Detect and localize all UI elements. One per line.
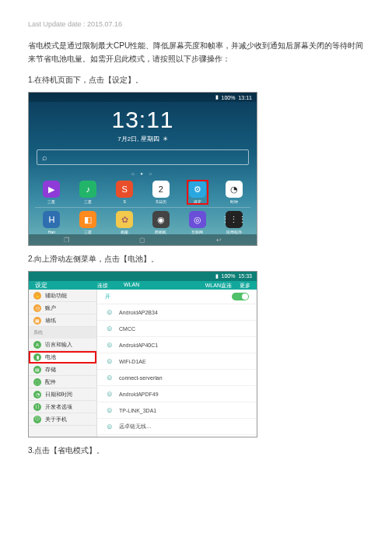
datetime-icon: ◔	[33, 391, 41, 399]
wifi-network[interactable]: ⊚connect-serverlan	[97, 370, 257, 386]
clock-date-text: 7月2日, 星期四	[117, 135, 159, 143]
app-music[interactable]: ♪三星	[78, 181, 98, 204]
back-icon[interactable]: ↩	[216, 237, 222, 244]
app-row-dock: HHan◧三星✿相册◉照相机◎互联网⋮⋮⋮应用程序	[29, 211, 257, 234]
screenshot-settings: ▮ 100% 15:33 设定 连接 WLAN WLAN直连 更多 ✋辅助功能◷…	[28, 271, 257, 437]
app-label: 照相机	[155, 230, 166, 234]
hancom-icon: H	[43, 211, 60, 228]
sidebar-item-accounts[interactable]: ◷账户	[29, 302, 96, 314]
wifi-ssid: AndroidAP40C1	[119, 342, 158, 348]
search-icon: ⌕	[42, 153, 47, 162]
about-icon: ⓘ	[33, 416, 41, 423]
app-gallery[interactable]: ✿相册	[114, 211, 135, 234]
wifi-icon: ⊚	[107, 390, 113, 398]
battery-pct: 100%	[222, 95, 236, 100]
dock-divider	[35, 207, 250, 208]
sidebar-item-label: 电池	[45, 353, 56, 361]
clock-widget[interactable]: 13:11 7月2日, 星期四 ☀	[29, 107, 257, 143]
sidebar-item-label: 开发者选项	[45, 403, 72, 411]
app-internet[interactable]: ◎互联网	[187, 211, 208, 234]
wifi-network[interactable]: ⊚AndroidAPDF49	[97, 386, 257, 402]
step-3: 3.点击【省电模式】。	[28, 445, 364, 456]
wifi-ssid: TP-LINK_3DA1	[119, 408, 156, 413]
sidebar-item-label: 日期和时间	[45, 391, 72, 399]
status-time: 13:11	[238, 95, 252, 100]
accessory-icon: ⬚	[33, 378, 41, 386]
search-bar[interactable]: ⌕	[37, 149, 249, 165]
music-icon: ♪	[79, 181, 96, 198]
battery-pct: 100%	[222, 273, 236, 279]
wifi-ssid: AndroidAP2B34	[119, 310, 158, 315]
settings-main: 开 ⊚AndroidAP2B34⊚CMCC⊚AndroidAP40C1⊚WiFi…	[97, 290, 257, 437]
wlan-direct[interactable]: WLAN直连	[205, 282, 232, 290]
sidebar-item-about[interactable]: ⓘ关于手机	[29, 413, 96, 426]
toggle-label: 开	[105, 293, 110, 300]
sidebar-item-lang[interactable]: A语言和输入	[29, 339, 96, 351]
tab-wlan[interactable]: WLAN	[124, 282, 139, 290]
app-clock[interactable]: ◔时钟	[224, 181, 244, 204]
home-icon[interactable]: ▢	[139, 237, 145, 244]
sidebar-item-battery[interactable]: ▮电池	[29, 351, 96, 364]
wifi-ssid: CMCC	[119, 326, 135, 332]
app-label: 时钟	[230, 199, 238, 204]
status-bar: ▮ 100% 15:33	[29, 272, 257, 281]
settings-header: 设定 连接 WLAN WLAN直连 更多	[29, 281, 257, 290]
recent-icon[interactable]: ❐	[64, 237, 69, 244]
app-settings[interactable]: ⚙设定	[187, 181, 208, 204]
wlan-toggle[interactable]	[232, 293, 249, 300]
wifi-network[interactable]: ⊚远卓链无线…	[97, 419, 257, 435]
wifi-icon: ⊚	[107, 423, 113, 430]
storage-icon: ▤	[33, 366, 41, 374]
app-camera[interactable]: ◉照相机	[151, 211, 171, 234]
wifi-network[interactable]: ⊚CMCC	[97, 321, 257, 337]
wlan-toggle-row[interactable]: 开	[97, 290, 257, 304]
app-hancom[interactable]: HHan	[41, 211, 61, 234]
app-snote[interactable]: SS	[114, 181, 135, 204]
wifi-network[interactable]: ⊚AndroidAP2B34	[97, 304, 257, 321]
wifi-network[interactable]: ⊚song	[97, 435, 257, 437]
sidebar-item-label: 辅助功能	[45, 292, 67, 300]
aux-icon: ✋	[33, 292, 41, 300]
app-calendar[interactable]: 2S日历	[151, 181, 171, 204]
sidebar-item-accessory[interactable]: ⬚配件	[29, 376, 96, 388]
accounts-icon: ◷	[33, 304, 41, 312]
wifi-icon: ⊚	[107, 374, 113, 381]
battery-icon: ▮	[215, 273, 219, 279]
sidebar-item-dev[interactable]: ｛｝开发者选项	[29, 401, 96, 413]
app-appstore[interactable]: ◧三星	[78, 211, 98, 234]
tab-connect[interactable]: 连接	[97, 282, 108, 290]
wifi-icon: ⊚	[107, 357, 113, 365]
sidebar-item-wallpaper[interactable]: ▦墙纸	[29, 314, 96, 327]
weather-icon: ☀	[163, 135, 168, 142]
sidebar-item-label: 配件	[45, 378, 56, 386]
sidebar-category: 系统	[29, 327, 96, 339]
app-label: S	[123, 199, 125, 204]
wifi-network[interactable]: ⊚TP-LINK_3DA1	[97, 402, 257, 419]
sidebar-item-label: 关于手机	[45, 416, 67, 423]
more-menu[interactable]: 更多	[240, 282, 250, 290]
snote-icon: S	[116, 181, 133, 198]
wifi-icon: ⊚	[107, 406, 113, 414]
sidebar-item-storage[interactable]: ▤存储	[29, 364, 96, 376]
wifi-network[interactable]: ⊚AndroidAP40C1	[97, 337, 257, 353]
wifi-ssid: AndroidAPDF49	[119, 392, 159, 397]
intro-text: 省电模式是通过限制最大CPU性能、降低屏幕亮度和帧率，并减少收到通知后屏幕关闭的…	[28, 39, 364, 65]
settings-icon: ⚙	[189, 181, 206, 198]
app-label: 相册	[121, 230, 128, 234]
app-video[interactable]: ▶三星	[41, 181, 61, 204]
page-indicator: ⌂ ● ○	[29, 171, 257, 176]
step-2: 2.向上滑动左侧菜单，点击【电池】。	[28, 254, 364, 265]
wallpaper-icon: ▦	[33, 317, 41, 325]
wifi-network[interactable]: ⊚WiFi-D1AE	[97, 353, 257, 370]
wifi-ssid: WiFi-D1AE	[119, 359, 146, 364]
nav-bar: ❐ ▢ ↩	[29, 234, 257, 245]
lang-icon: A	[33, 341, 41, 349]
settings-sidebar[interactable]: ✋辅助功能◷账户▦墙纸系统A语言和输入▮电池▤存储⬚配件◔日期和时间｛｝开发者选…	[29, 290, 97, 437]
wifi-ssid: connect-serverlan	[119, 375, 163, 381]
clock-time: 13:11	[29, 107, 257, 133]
app-apps[interactable]: ⋮⋮⋮应用程序	[224, 211, 244, 234]
clock-icon: ◔	[226, 181, 243, 198]
sidebar-item-datetime[interactable]: ◔日期和时间	[29, 388, 96, 401]
sidebar-item-label: 存储	[45, 366, 56, 374]
sidebar-item-aux[interactable]: ✋辅助功能	[29, 290, 96, 302]
